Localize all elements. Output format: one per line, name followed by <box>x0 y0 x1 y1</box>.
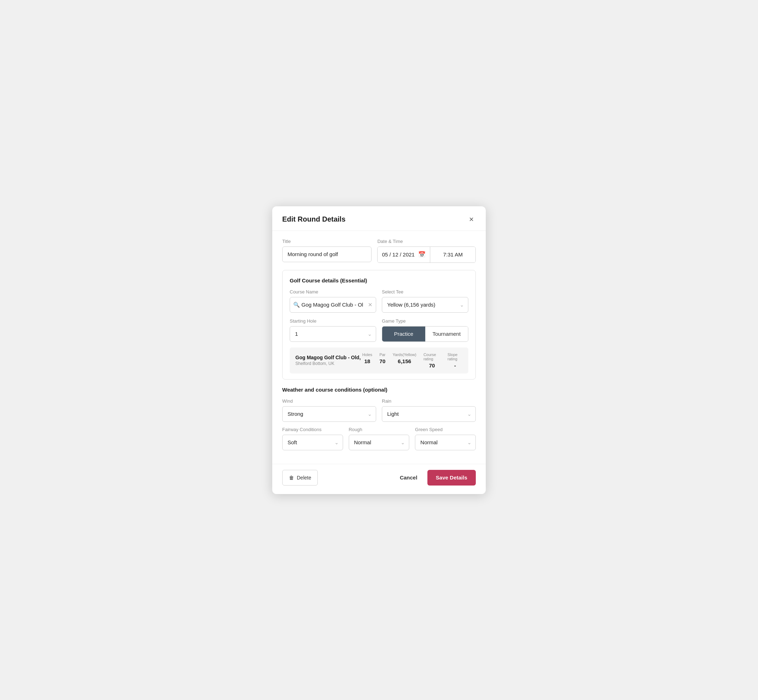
cancel-button[interactable]: Cancel <box>394 475 423 481</box>
holes-stat: Holes 18 <box>362 353 372 369</box>
course-rating-value: 70 <box>429 362 435 369</box>
course-location: Shelford Bottom, UK <box>295 361 362 366</box>
wind-select-wrap: None Light Moderate Strong ⌄ <box>282 406 376 422</box>
trash-icon: 🗑 <box>289 475 294 481</box>
course-rating-stat: Course rating 70 <box>423 353 440 369</box>
rain-col: Rain None Light Moderate Heavy ⌄ <box>382 398 476 422</box>
hole-select-wrap: 1 10 ⌄ <box>290 326 376 342</box>
course-name-col: Course Name 🔍 ✕ <box>290 289 376 312</box>
wind-label: Wind <box>282 398 376 404</box>
golf-course-section: Golf Course details (Essential) Course N… <box>282 270 476 380</box>
date-part[interactable]: 05 / 12 / 2021 📅 <box>377 247 430 262</box>
practice-button[interactable]: Practice <box>382 327 425 341</box>
course-stats: Holes 18 Par 70 Yards(Yellow) 6,156 Cour… <box>362 353 463 369</box>
slope-rating-label: Slope rating <box>448 353 463 361</box>
conditions-section: Weather and course conditions (optional)… <box>282 387 476 461</box>
fairway-select-wrap: Soft Normal Hard ⌄ <box>282 434 343 450</box>
golf-course-title: Golf Course details (Essential) <box>290 277 468 283</box>
slope-rating-stat: Slope rating - <box>448 353 463 369</box>
wind-col: Wind None Light Moderate Strong ⌄ <box>282 398 376 422</box>
game-type-col: Game Type Practice Tournament <box>382 318 468 342</box>
fairway-rough-green-row: Fairway Conditions Soft Normal Hard ⌄ Ro… <box>282 427 476 450</box>
course-search-wrap: 🔍 ✕ <box>290 297 376 312</box>
course-info-name: Gog Magog Golf Club - Old, Shelford Bott… <box>295 355 362 366</box>
rough-select-wrap: Short Normal Long ⌄ <box>349 434 410 450</box>
title-input[interactable] <box>282 247 371 262</box>
calendar-icon[interactable]: 📅 <box>418 251 426 258</box>
select-tee-label: Select Tee <box>382 289 468 295</box>
search-icon: 🔍 <box>293 302 300 308</box>
starting-hole-label: Starting Hole <box>290 318 376 324</box>
hole-gametype-row: Starting Hole 1 10 ⌄ Game Type Practice <box>290 318 468 342</box>
select-tee-col: Select Tee Yellow (6,156 yards) White Re… <box>382 289 468 312</box>
rough-col: Rough Short Normal Long ⌄ <box>349 427 410 450</box>
save-button[interactable]: Save Details <box>428 470 476 486</box>
game-type-toggle: Practice Tournament <box>382 326 468 342</box>
course-name-display: Gog Magog Golf Club - Old, <box>295 355 362 360</box>
wind-select[interactable]: None Light Moderate Strong <box>282 406 376 422</box>
modal-header: Edit Round Details × <box>272 206 486 231</box>
date-time-row: 05 / 12 / 2021 📅 7:31 AM <box>377 247 476 263</box>
course-name-label: Course Name <box>290 289 376 295</box>
course-name-tee-row: Course Name 🔍 ✕ Select Tee Yellow (6,156… <box>290 289 468 312</box>
title-label: Title <box>282 239 371 244</box>
course-name-input[interactable] <box>290 297 376 312</box>
starting-hole-col: Starting Hole 1 10 ⌄ <box>290 318 376 342</box>
course-rating-label: Course rating <box>423 353 440 361</box>
edit-round-modal: Edit Round Details × Title Date & Time 0… <box>272 206 486 494</box>
rain-label: Rain <box>382 398 476 404</box>
clear-icon[interactable]: ✕ <box>368 302 373 308</box>
hole-select[interactable]: 1 10 <box>290 326 376 342</box>
rough-select[interactable]: Short Normal Long <box>349 434 410 450</box>
rain-select-wrap: None Light Moderate Heavy ⌄ <box>382 406 476 422</box>
green-speed-label: Green Speed <box>415 427 476 432</box>
top-row: Title Date & Time 05 / 12 / 2021 📅 7:31 … <box>282 239 476 263</box>
yards-stat: Yards(Yellow) 6,156 <box>393 353 417 369</box>
holes-value: 18 <box>365 358 370 364</box>
time-part[interactable]: 7:31 AM <box>430 247 475 262</box>
fairway-label: Fairway Conditions <box>282 427 343 432</box>
modal-body: Title Date & Time 05 / 12 / 2021 📅 7:31 … <box>272 231 486 461</box>
rough-label: Rough <box>349 427 410 432</box>
game-type-label: Game Type <box>382 318 468 324</box>
close-button[interactable]: × <box>467 215 476 224</box>
green-speed-select[interactable]: Slow Normal Fast <box>415 434 476 450</box>
wind-rain-row: Wind None Light Moderate Strong ⌄ Rain <box>282 398 476 422</box>
date-field: Date & Time 05 / 12 / 2021 📅 7:31 AM <box>377 239 476 263</box>
modal-footer: 🗑 Delete Cancel Save Details <box>272 464 486 494</box>
par-stat: Par 70 <box>379 353 385 369</box>
tee-select[interactable]: Yellow (6,156 yards) White Red <box>382 297 468 312</box>
conditions-title: Weather and course conditions (optional) <box>282 387 476 393</box>
tournament-button[interactable]: Tournament <box>425 327 468 341</box>
title-field: Title <box>282 239 371 263</box>
date-label: Date & Time <box>377 239 476 244</box>
holes-label: Holes <box>362 353 372 357</box>
time-value: 7:31 AM <box>443 252 463 258</box>
delete-button[interactable]: 🗑 Delete <box>282 470 318 486</box>
rain-select[interactable]: None Light Moderate Heavy <box>382 406 476 422</box>
green-speed-col: Green Speed Slow Normal Fast ⌄ <box>415 427 476 450</box>
green-speed-select-wrap: Slow Normal Fast ⌄ <box>415 434 476 450</box>
fairway-col: Fairway Conditions Soft Normal Hard ⌄ <box>282 427 343 450</box>
par-value: 70 <box>379 358 385 364</box>
tee-select-wrap: Yellow (6,156 yards) White Red ⌄ <box>382 297 468 312</box>
yards-value: 6,156 <box>398 358 411 364</box>
date-value: 05 / 12 / 2021 <box>382 252 415 258</box>
par-label: Par <box>379 353 385 357</box>
fairway-select[interactable]: Soft Normal Hard <box>282 434 343 450</box>
slope-rating-value: - <box>454 362 456 369</box>
yards-label: Yards(Yellow) <box>393 353 417 357</box>
course-info-bar: Gog Magog Golf Club - Old, Shelford Bott… <box>290 347 468 373</box>
modal-title: Edit Round Details <box>282 215 346 223</box>
delete-label: Delete <box>297 475 311 481</box>
